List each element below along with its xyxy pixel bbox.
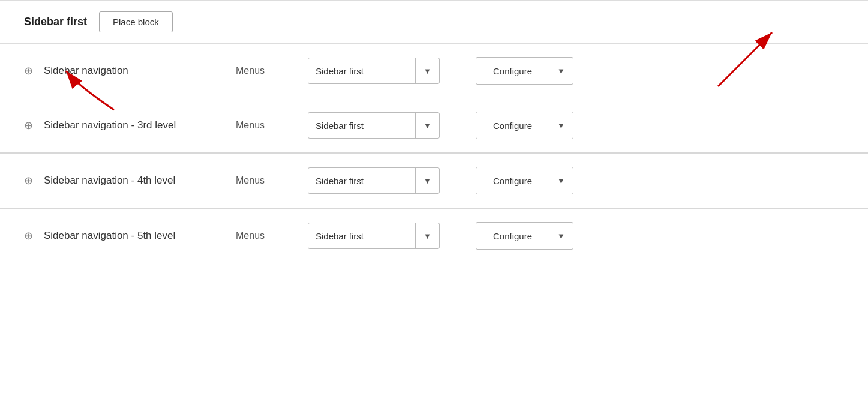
block-name: Sidebar navigation - 4th level — [44, 175, 236, 187]
select-arrow-icon: ▼ — [415, 58, 439, 84]
table-row: ⊕ Sidebar navigation Menus Sidebar first… — [0, 44, 868, 98]
region-select[interactable]: Sidebar first — [308, 168, 415, 193]
block-category: Menus — [236, 230, 308, 241]
select-arrow-icon: ▼ — [415, 223, 439, 249]
block-name: Sidebar navigation - 3rd level — [44, 119, 236, 131]
block-category: Menus — [236, 65, 308, 76]
table-row: ⊕ Sidebar navigation - 5th level Menus S… — [0, 209, 868, 263]
block-actions: Configure ▼ — [476, 167, 573, 194]
configure-button[interactable]: Configure — [476, 167, 549, 194]
block-group-2: ⊕ Sidebar navigation - 4th level Menus S… — [0, 154, 868, 209]
block-actions: Configure ▼ — [476, 57, 573, 85]
block-actions: Configure ▼ — [476, 222, 573, 250]
action-dropdown-button[interactable]: ▼ — [549, 58, 573, 84]
region-select[interactable]: Sidebar first — [308, 58, 415, 83]
region-select[interactable]: Sidebar first — [308, 113, 415, 138]
region-select-wrapper[interactable]: Sidebar first ▼ — [308, 112, 440, 139]
blocks-list: ⊕ Sidebar navigation Menus Sidebar first… — [0, 44, 868, 263]
action-dropdown-button[interactable]: ▼ — [549, 112, 573, 139]
select-arrow-icon: ▼ — [415, 167, 439, 194]
place-block-button[interactable]: Place block — [99, 11, 173, 32]
table-row: ⊕ Sidebar navigation - 4th level Menus S… — [0, 154, 868, 208]
block-actions: Configure ▼ — [476, 112, 573, 139]
block-name: Sidebar navigation - 5th level — [44, 230, 236, 242]
block-category: Menus — [236, 120, 308, 131]
drag-handle-icon[interactable]: ⊕ — [24, 174, 33, 187]
configure-button[interactable]: Configure — [476, 112, 549, 139]
configure-button[interactable]: Configure — [476, 58, 549, 84]
block-group-3: ⊕ Sidebar navigation - 5th level Menus S… — [0, 209, 868, 263]
configure-button[interactable]: Configure — [476, 223, 549, 249]
block-name: Sidebar navigation — [44, 65, 236, 77]
section-title: Sidebar first — [24, 16, 87, 28]
select-arrow-icon: ▼ — [415, 112, 439, 139]
action-dropdown-button[interactable]: ▼ — [549, 223, 573, 249]
table-row: ⊕ Sidebar navigation - 3rd level Menus S… — [0, 98, 868, 152]
region-select-wrapper[interactable]: Sidebar first ▼ — [308, 58, 440, 84]
drag-handle-icon[interactable]: ⊕ — [24, 119, 33, 132]
section-header: Sidebar first Place block — [0, 0, 868, 44]
drag-handle-icon[interactable]: ⊕ — [24, 229, 33, 242]
region-select-wrapper[interactable]: Sidebar first ▼ — [308, 223, 440, 249]
region-select[interactable]: Sidebar first — [308, 223, 415, 248]
block-group-1: ⊕ Sidebar navigation Menus Sidebar first… — [0, 44, 868, 154]
page-container: Sidebar first Place block ⊕ Sidebar navi… — [0, 0, 868, 420]
action-dropdown-button[interactable]: ▼ — [549, 167, 573, 194]
block-category: Menus — [236, 175, 308, 186]
drag-handle-icon[interactable]: ⊕ — [24, 64, 33, 77]
region-select-wrapper[interactable]: Sidebar first ▼ — [308, 167, 440, 194]
